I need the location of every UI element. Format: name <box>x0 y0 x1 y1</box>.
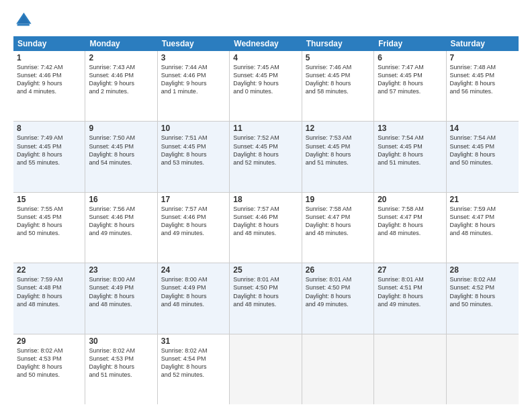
day-cell-30: 30Sunrise: 8:02 AM Sunset: 4:53 PM Dayli… <box>85 334 157 404</box>
day-cell-20: 20Sunrise: 7:58 AM Sunset: 4:47 PM Dayli… <box>374 193 446 263</box>
calendar-week-2: 8Sunrise: 7:49 AM Sunset: 4:45 PM Daylig… <box>13 122 519 192</box>
day-number: 13 <box>378 124 442 133</box>
day-cell-11: 11Sunrise: 7:52 AM Sunset: 4:45 PM Dayli… <box>230 122 302 191</box>
day-info: Sunrise: 8:02 AM Sunset: 4:53 PM Dayligh… <box>89 347 153 379</box>
day-cell-25: 25Sunrise: 8:01 AM Sunset: 4:50 PM Dayli… <box>230 263 302 333</box>
empty-cell <box>302 334 374 404</box>
day-number: 1 <box>17 53 81 62</box>
day-cell-21: 21Sunrise: 7:59 AM Sunset: 4:47 PM Dayli… <box>447 193 519 263</box>
day-number: 10 <box>161 124 226 133</box>
header-day-monday: Monday <box>85 36 157 51</box>
day-cell-15: 15Sunrise: 7:55 AM Sunset: 4:45 PM Dayli… <box>13 193 85 263</box>
day-cell-23: 23Sunrise: 8:00 AM Sunset: 4:49 PM Dayli… <box>85 263 157 333</box>
svg-rect-2 <box>17 24 30 26</box>
header-day-saturday: Saturday <box>447 36 519 51</box>
day-cell-29: 29Sunrise: 8:02 AM Sunset: 4:53 PM Dayli… <box>13 334 85 404</box>
day-number: 18 <box>233 195 298 204</box>
day-number: 21 <box>450 195 515 204</box>
day-number: 11 <box>233 124 298 133</box>
day-info: Sunrise: 7:45 AM Sunset: 4:45 PM Dayligh… <box>233 63 298 96</box>
calendar-week-1: 1Sunrise: 7:42 AM Sunset: 4:46 PM Daylig… <box>13 51 519 122</box>
logo-icon <box>13 11 32 30</box>
day-cell-12: 12Sunrise: 7:53 AM Sunset: 4:45 PM Dayli… <box>302 122 374 191</box>
day-cell-13: 13Sunrise: 7:54 AM Sunset: 4:45 PM Dayli… <box>374 122 446 191</box>
day-info: Sunrise: 7:59 AM Sunset: 4:48 PM Dayligh… <box>17 275 81 308</box>
day-number: 31 <box>161 336 226 346</box>
day-info: Sunrise: 7:53 AM Sunset: 4:45 PM Dayligh… <box>306 134 370 167</box>
header-day-sunday: Sunday <box>13 36 85 51</box>
day-info: Sunrise: 7:55 AM Sunset: 4:45 PM Dayligh… <box>17 205 81 238</box>
calendar-header: SundayMondayTuesdayWednesdayThursdayFrid… <box>13 36 519 51</box>
day-cell-31: 31Sunrise: 8:02 AM Sunset: 4:54 PM Dayli… <box>158 334 230 404</box>
calendar-week-3: 15Sunrise: 7:55 AM Sunset: 4:45 PM Dayli… <box>13 193 519 263</box>
day-number: 30 <box>89 336 153 346</box>
day-cell-18: 18Sunrise: 7:57 AM Sunset: 4:46 PM Dayli… <box>230 193 302 263</box>
day-number: 22 <box>17 265 81 275</box>
empty-cell <box>447 334 519 404</box>
day-number: 6 <box>378 53 442 62</box>
day-cell-1: 1Sunrise: 7:42 AM Sunset: 4:46 PM Daylig… <box>13 51 85 121</box>
day-info: Sunrise: 7:57 AM Sunset: 4:46 PM Dayligh… <box>233 205 298 238</box>
day-number: 3 <box>161 53 226 62</box>
calendar-week-4: 22Sunrise: 7:59 AM Sunset: 4:48 PM Dayli… <box>13 263 519 334</box>
day-cell-22: 22Sunrise: 7:59 AM Sunset: 4:48 PM Dayli… <box>13 263 85 333</box>
day-info: Sunrise: 7:46 AM Sunset: 4:45 PM Dayligh… <box>306 63 370 96</box>
day-info: Sunrise: 7:54 AM Sunset: 4:45 PM Dayligh… <box>378 134 442 167</box>
day-info: Sunrise: 7:57 AM Sunset: 4:46 PM Dayligh… <box>161 205 226 238</box>
day-number: 12 <box>306 124 370 133</box>
day-cell-17: 17Sunrise: 7:57 AM Sunset: 4:46 PM Dayli… <box>158 193 230 263</box>
day-number: 15 <box>17 195 81 204</box>
day-info: Sunrise: 8:02 AM Sunset: 4:53 PM Dayligh… <box>17 347 81 379</box>
day-cell-3: 3Sunrise: 7:44 AM Sunset: 4:46 PM Daylig… <box>158 51 230 121</box>
day-info: Sunrise: 8:02 AM Sunset: 4:54 PM Dayligh… <box>161 347 226 379</box>
day-cell-27: 27Sunrise: 8:01 AM Sunset: 4:51 PM Dayli… <box>374 263 446 333</box>
header-day-friday: Friday <box>374 36 446 51</box>
day-cell-7: 7Sunrise: 7:48 AM Sunset: 4:45 PM Daylig… <box>447 51 519 121</box>
day-info: Sunrise: 7:59 AM Sunset: 4:47 PM Dayligh… <box>450 205 515 238</box>
day-cell-10: 10Sunrise: 7:51 AM Sunset: 4:45 PM Dayli… <box>158 122 230 191</box>
day-cell-5: 5Sunrise: 7:46 AM Sunset: 4:45 PM Daylig… <box>302 51 374 121</box>
header-day-tuesday: Tuesday <box>158 36 230 51</box>
day-cell-2: 2Sunrise: 7:43 AM Sunset: 4:46 PM Daylig… <box>85 51 157 121</box>
day-number: 5 <box>306 53 370 62</box>
empty-cell <box>230 334 302 404</box>
day-info: Sunrise: 8:00 AM Sunset: 4:49 PM Dayligh… <box>89 275 153 308</box>
day-cell-28: 28Sunrise: 8:02 AM Sunset: 4:52 PM Dayli… <box>447 263 519 333</box>
day-number: 25 <box>233 265 298 275</box>
day-number: 24 <box>161 265 226 275</box>
logo <box>13 11 35 30</box>
day-cell-14: 14Sunrise: 7:54 AM Sunset: 4:45 PM Dayli… <box>447 122 519 191</box>
day-info: Sunrise: 7:50 AM Sunset: 4:45 PM Dayligh… <box>89 134 153 167</box>
day-info: Sunrise: 7:47 AM Sunset: 4:45 PM Dayligh… <box>378 63 442 96</box>
day-info: Sunrise: 7:43 AM Sunset: 4:46 PM Dayligh… <box>89 63 153 96</box>
day-number: 2 <box>89 53 153 62</box>
day-number: 28 <box>450 265 515 275</box>
day-info: Sunrise: 8:02 AM Sunset: 4:52 PM Dayligh… <box>450 275 515 308</box>
day-info: Sunrise: 7:58 AM Sunset: 4:47 PM Dayligh… <box>378 205 442 238</box>
day-number: 17 <box>161 195 226 204</box>
day-info: Sunrise: 7:42 AM Sunset: 4:46 PM Dayligh… <box>17 63 81 96</box>
day-info: Sunrise: 7:56 AM Sunset: 4:46 PM Dayligh… <box>89 205 153 238</box>
day-cell-26: 26Sunrise: 8:01 AM Sunset: 4:50 PM Dayli… <box>302 263 374 333</box>
day-info: Sunrise: 8:00 AM Sunset: 4:49 PM Dayligh… <box>161 275 226 308</box>
day-cell-6: 6Sunrise: 7:47 AM Sunset: 4:45 PM Daylig… <box>374 51 446 121</box>
day-info: Sunrise: 7:49 AM Sunset: 4:45 PM Dayligh… <box>17 134 81 167</box>
day-info: Sunrise: 8:01 AM Sunset: 4:50 PM Dayligh… <box>306 275 370 308</box>
day-info: Sunrise: 7:51 AM Sunset: 4:45 PM Dayligh… <box>161 134 226 167</box>
day-number: 26 <box>306 265 370 275</box>
day-number: 16 <box>89 195 153 204</box>
day-info: Sunrise: 8:01 AM Sunset: 4:51 PM Dayligh… <box>378 275 442 308</box>
day-info: Sunrise: 7:54 AM Sunset: 4:45 PM Dayligh… <box>450 134 515 167</box>
header-day-thursday: Thursday <box>302 36 374 51</box>
day-number: 27 <box>378 265 442 275</box>
calendar: SundayMondayTuesdayWednesdayThursdayFrid… <box>13 36 519 404</box>
day-cell-8: 8Sunrise: 7:49 AM Sunset: 4:45 PM Daylig… <box>13 122 85 191</box>
day-cell-9: 9Sunrise: 7:50 AM Sunset: 4:45 PM Daylig… <box>85 122 157 191</box>
day-info: Sunrise: 8:01 AM Sunset: 4:50 PM Dayligh… <box>233 275 298 308</box>
day-cell-4: 4Sunrise: 7:45 AM Sunset: 4:45 PM Daylig… <box>230 51 302 121</box>
day-number: 20 <box>378 195 442 204</box>
day-cell-16: 16Sunrise: 7:56 AM Sunset: 4:46 PM Dayli… <box>85 193 157 263</box>
day-info: Sunrise: 7:44 AM Sunset: 4:46 PM Dayligh… <box>161 63 226 96</box>
day-cell-24: 24Sunrise: 8:00 AM Sunset: 4:49 PM Dayli… <box>158 263 230 333</box>
day-number: 4 <box>233 53 298 62</box>
